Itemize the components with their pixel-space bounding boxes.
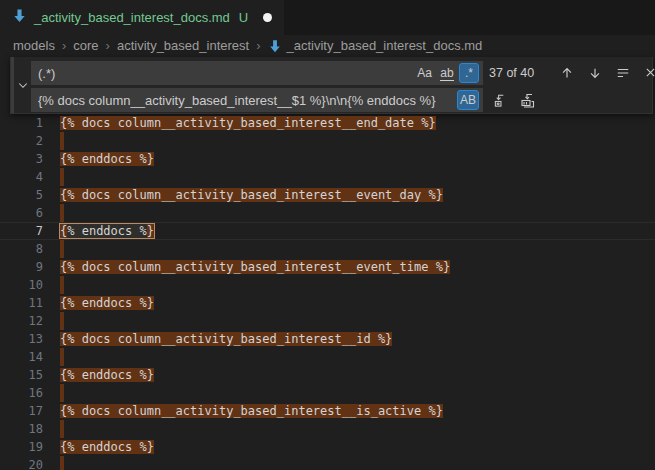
empty-line-match-highlight bbox=[60, 168, 64, 186]
tab-activity-based-interest-docs[interactable]: _activity_based_interest_docs.md U bbox=[0, 0, 284, 35]
empty-line-match-highlight bbox=[60, 456, 64, 470]
toggle-replace-chevron-icon[interactable] bbox=[15, 72, 30, 98]
close-icon[interactable] bbox=[640, 60, 655, 85]
breadcrumb-item-activity_based_interest[interactable]: activity_based_interest bbox=[117, 38, 249, 53]
code-line[interactable]: 17{% docs column__activity_based_interes… bbox=[0, 402, 655, 420]
code-line[interactable]: 7{% enddocs %} bbox=[0, 222, 655, 240]
line-number: 15 bbox=[0, 366, 43, 384]
line-text: {% docs column__activity_based_interest_… bbox=[60, 402, 443, 420]
replace-all-icon[interactable] bbox=[517, 88, 538, 113]
code-line[interactable]: 10 bbox=[0, 276, 655, 294]
line-text: {% docs column__activity_based_interest_… bbox=[60, 258, 450, 276]
code-line[interactable]: 12 bbox=[0, 312, 655, 330]
line-text bbox=[60, 348, 64, 366]
breadcrumb-item-label: activity_based_interest bbox=[117, 38, 249, 53]
git-status-badge: U bbox=[239, 10, 248, 25]
regex-toggle[interactable]: .* bbox=[459, 63, 479, 83]
line-number: 11 bbox=[0, 294, 43, 312]
line-number: 18 bbox=[0, 420, 43, 438]
breadcrumb-item-label: core bbox=[73, 38, 98, 53]
line-text: {% enddocs %} bbox=[60, 222, 154, 240]
breadcrumb-separator: › bbox=[62, 38, 66, 53]
replace-input[interactable]: {% docs column__activity_based_interest_… bbox=[31, 88, 483, 112]
line-number: 1 bbox=[0, 114, 43, 132]
line-text bbox=[60, 204, 64, 222]
line-text: {% enddocs %} bbox=[60, 294, 154, 312]
find-in-selection-icon[interactable] bbox=[612, 60, 633, 85]
empty-line-match-highlight bbox=[60, 276, 64, 294]
line-text bbox=[60, 240, 64, 258]
line-number: 20 bbox=[0, 456, 43, 470]
line-text: {% docs column__activity_based_interest_… bbox=[60, 330, 392, 348]
next-match-arrow-down-icon[interactable] bbox=[584, 60, 605, 85]
line-text: {% enddocs %} bbox=[60, 150, 154, 168]
empty-line-match-highlight bbox=[60, 204, 64, 222]
code-line[interactable]: 3{% enddocs %} bbox=[0, 150, 655, 168]
line-number: 12 bbox=[0, 312, 43, 330]
line-text bbox=[60, 276, 64, 294]
breadcrumb-separator: › bbox=[106, 38, 110, 53]
line-number: 4 bbox=[0, 168, 43, 186]
editor-pane: (.*) Aa ab .* 37 of 40 bbox=[0, 56, 655, 470]
breadcrumb: models›core›activity_based_interest› _ac… bbox=[0, 35, 655, 56]
find-input-value: (.*) bbox=[38, 66, 414, 81]
empty-line-match-highlight bbox=[60, 348, 64, 366]
code-line[interactable]: 19{% enddocs %} bbox=[0, 438, 655, 456]
vscode-window: _activity_based_interest_docs.md U model… bbox=[0, 0, 655, 470]
code-line[interactable]: 13{% docs column__activity_based_interes… bbox=[0, 330, 655, 348]
line-text bbox=[60, 420, 64, 438]
match-count: 37 of 40 bbox=[489, 61, 534, 85]
code-line[interactable]: 15{% enddocs %} bbox=[0, 366, 655, 384]
code-line[interactable]: 11{% enddocs %} bbox=[0, 294, 655, 312]
line-number: 7 bbox=[0, 222, 43, 240]
line-text bbox=[60, 456, 64, 470]
breadcrumb-item-label: models bbox=[13, 38, 55, 53]
code-line[interactable]: 1{% docs column__activity_based_interest… bbox=[0, 114, 655, 132]
code-line[interactable]: 16 bbox=[0, 384, 655, 402]
find-replace-widget: (.*) Aa ab .* 37 of 40 bbox=[10, 57, 653, 114]
match-case-toggle[interactable]: Aa bbox=[414, 63, 435, 83]
code-line[interactable]: 18 bbox=[0, 420, 655, 438]
markdown-file-icon bbox=[12, 8, 27, 27]
empty-line-match-highlight bbox=[60, 312, 64, 330]
whole-word-toggle[interactable]: ab bbox=[437, 63, 457, 83]
current-find-match: {% enddocs %} bbox=[60, 224, 154, 238]
line-text bbox=[60, 312, 64, 330]
line-number: 14 bbox=[0, 348, 43, 366]
line-number: 5 bbox=[0, 186, 43, 204]
breadcrumb-item-core[interactable]: core bbox=[73, 38, 98, 53]
tab-bar: _activity_based_interest_docs.md U bbox=[0, 0, 655, 35]
line-number: 19 bbox=[0, 438, 43, 456]
code-line[interactable]: 4 bbox=[0, 168, 655, 186]
code-line[interactable]: 5{% docs column__activity_based_interest… bbox=[0, 186, 655, 204]
line-number: 3 bbox=[0, 150, 43, 168]
code-line[interactable]: 2 bbox=[0, 132, 655, 150]
line-number: 17 bbox=[0, 402, 43, 420]
code-line[interactable]: 14 bbox=[0, 348, 655, 366]
empty-line-match-highlight bbox=[60, 132, 64, 150]
line-text: {% docs column__activity_based_interest_… bbox=[60, 114, 436, 132]
line-text: {% docs column__activity_based_interest_… bbox=[60, 186, 443, 204]
line-number: 8 bbox=[0, 240, 43, 258]
code-line[interactable]: 8 bbox=[0, 240, 655, 258]
line-text bbox=[60, 132, 64, 150]
empty-line-match-highlight bbox=[60, 384, 64, 402]
breadcrumb-item-label: _activity_based_interest_docs.md bbox=[287, 38, 483, 53]
markdown-file-icon bbox=[268, 39, 282, 53]
code-line[interactable]: 9{% docs column__activity_based_interest… bbox=[0, 258, 655, 276]
line-number: 10 bbox=[0, 276, 43, 294]
line-text bbox=[60, 168, 64, 186]
code-line[interactable]: 6 bbox=[0, 204, 655, 222]
find-input[interactable]: (.*) Aa ab .* bbox=[31, 61, 483, 85]
replace-one-icon[interactable] bbox=[490, 88, 511, 113]
unsaved-changes-dot-icon[interactable] bbox=[263, 13, 272, 22]
line-number: 2 bbox=[0, 132, 43, 150]
previous-match-arrow-up-icon[interactable] bbox=[556, 60, 577, 85]
breadcrumb-item-models[interactable]: models bbox=[13, 38, 55, 53]
preserve-case-toggle[interactable]: AB bbox=[457, 90, 479, 110]
line-number: 16 bbox=[0, 384, 43, 402]
code-line[interactable]: 20 bbox=[0, 456, 655, 470]
breadcrumb-separator: › bbox=[256, 38, 260, 53]
replace-input-value: {% docs column__activity_based_interest_… bbox=[38, 93, 457, 108]
breadcrumb-item-_activity_based_interest_docs.md[interactable]: _activity_based_interest_docs.md bbox=[268, 38, 483, 53]
